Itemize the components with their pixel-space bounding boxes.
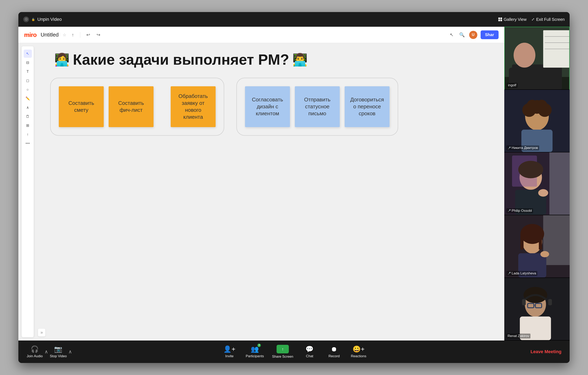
orange-card-group: Составить смету Составить фич-лист Обраб…	[50, 78, 224, 136]
stop-video-button[interactable]: 📷 Stop Video	[50, 345, 67, 358]
more-tools[interactable]: •••	[26, 141, 30, 146]
card-text: Составить смету	[63, 100, 100, 114]
mic-off-icon: 🎤	[508, 272, 511, 275]
sticky-card[interactable]: Договориться о переносе сроков	[345, 86, 389, 127]
board-heading: 👩‍💻 Какие задачи выполняет PM? 👨‍💻	[54, 51, 496, 68]
svg-point-15	[536, 100, 547, 111]
sticky-card[interactable]: Составить смету	[59, 86, 104, 127]
svg-point-23	[538, 189, 548, 197]
video-icon: 📷	[54, 345, 62, 353]
video-tile-ingolf[interactable]: ingolf	[504, 27, 570, 90]
gallery-view-button[interactable]: Gallery View	[498, 17, 526, 22]
audio-icon: 🎧	[31, 345, 39, 353]
sticky-card[interactable]: Составить фич-лист	[109, 86, 154, 127]
card-text: Согласовать дизайн с клиентом	[249, 96, 286, 117]
chat-button[interactable]: 💬 Chat	[301, 345, 318, 358]
share-screen-button[interactable]: Share Screen	[272, 345, 293, 359]
gallery-grid-icon	[498, 18, 502, 21]
video-tile-lada[interactable]: 🎤 Lada Latysheva	[504, 215, 570, 278]
video-name-renat: Renat Zakirov	[506, 334, 530, 338]
exit-fullscreen-button[interactable]: ⤢ Exit Full Screen	[531, 17, 565, 22]
redo-button[interactable]: ↪	[95, 31, 102, 38]
chat-label: Chat	[306, 354, 313, 358]
pointer-icon[interactable]: ↖	[449, 31, 455, 38]
heading-emoji-left: 👩‍💻	[54, 52, 70, 67]
participants-icon-area: 👥 7	[251, 345, 259, 353]
join-audio-caret[interactable]: ∧	[44, 349, 48, 355]
card-text: Обработать заявку от нового клиента	[175, 93, 211, 120]
canvas-area: ↖ ⊟ T ◻ ○ ✏️ ∧ 🗒 ⊞ ↑ ••• 👩‍💻	[18, 43, 504, 341]
video-name-lada: 🎤 Lada Latysheva	[506, 271, 537, 276]
zoom-bar-right-group: Leave Meeting	[530, 349, 561, 355]
miro-area: miro Untitled ☆ ↑ ↩ ↪ ↖ 🔍 U Shar ↖	[18, 27, 504, 341]
top-bar: ⓘ 🔒 Unpin Video Gallery View ⤢ Exit Full…	[18, 12, 570, 27]
participants-badge: 7	[257, 344, 261, 347]
chat-icon: 💬	[305, 345, 314, 353]
join-audio-button[interactable]: 🎧 Join Audio	[27, 345, 43, 358]
participants-button[interactable]: 👥 7 Participants	[246, 345, 264, 358]
stop-video-caret[interactable]: ∧	[68, 349, 72, 355]
star-icon[interactable]: ☆	[63, 32, 66, 37]
miro-logo: miro	[24, 31, 37, 38]
invite-icon: 👤+	[223, 345, 235, 353]
card-text: Составить фич-лист	[113, 100, 149, 114]
sticky-note-tool[interactable]: 🗒	[24, 112, 32, 121]
video-participant-name: Renat Zakirov	[508, 334, 529, 338]
leave-meeting-button[interactable]: Leave Meeting	[530, 349, 561, 354]
sticky-card[interactable]: Отправить статусное письмо	[295, 86, 340, 127]
mic-off-icon: 🎤	[508, 209, 511, 212]
line-tool[interactable]: ∧	[24, 103, 32, 111]
video-tile-philip[interactable]: 🎤 Philip Ossobl	[504, 152, 570, 215]
record-label: Record	[328, 354, 340, 358]
gallery-view-label: Gallery View	[504, 17, 526, 22]
video-participant-name: Lada Latysheva	[512, 271, 536, 275]
stop-video-label: Stop Video	[50, 354, 67, 358]
info-icon: ⓘ	[23, 17, 29, 22]
miro-toolbar: miro Untitled ☆ ↑ ↩ ↪ ↖ 🔍 U Shar	[18, 27, 504, 43]
text-tool[interactable]: T	[24, 68, 32, 76]
shape-tool[interactable]: ◻	[24, 77, 32, 85]
user-avatar[interactable]: U	[469, 31, 477, 39]
grid-tool[interactable]: ⊞	[24, 122, 32, 130]
sticky-card[interactable]: Обработать заявку от нового клиента	[171, 86, 216, 127]
svg-point-7	[514, 43, 536, 68]
card-text: Договориться о переносе сроков	[349, 96, 386, 117]
zoom-bar-center-group: 👤+ Invite 👥 7 Participants Share Screen …	[221, 345, 367, 359]
video-tile-nikita[interactable]: 🎤 Никита Дмитров	[504, 90, 570, 152]
expand-panel-button[interactable]: »	[38, 329, 45, 336]
top-bar-left: ⓘ 🔒 Unpin Video	[23, 17, 62, 22]
invite-button[interactable]: 👤+ Invite	[221, 345, 238, 358]
invite-label: Invite	[225, 354, 234, 358]
record-icon: ⏺	[331, 345, 337, 353]
svg-rect-18	[549, 152, 570, 215]
exit-fullscreen-label: Exit Full Screen	[536, 17, 565, 22]
frame-tool[interactable]: ⊟	[24, 59, 32, 67]
video-name-philip: 🎤 Philip Ossobl	[506, 208, 533, 213]
undo-button[interactable]: ↩	[85, 31, 91, 38]
select-tool[interactable]: ↖	[24, 50, 32, 58]
miro-toolbar-right: ↖ 🔍 U Shar	[449, 30, 499, 39]
sticky-card[interactable]: Согласовать дизайн с клиентом	[245, 86, 290, 127]
upload-button[interactable]: ↑	[70, 31, 75, 38]
pen-tool[interactable]: ✏️	[24, 94, 32, 103]
share-screen-icon	[276, 345, 289, 353]
video-tile-renat[interactable]: Renat Zakirov	[504, 278, 570, 341]
video-name-nikita: 🎤 Никита Дмитров	[506, 145, 539, 150]
record-button[interactable]: ⏺ Record	[326, 345, 342, 358]
heading-emoji-right: 👨‍💻	[292, 52, 308, 67]
svg-rect-29	[539, 234, 542, 249]
reactions-label: Reactions	[351, 354, 367, 358]
share-button[interactable]: Shar	[481, 30, 499, 39]
board-title[interactable]: Untitled	[41, 32, 59, 38]
video-participant-name: ingolf	[508, 83, 516, 87]
reactions-button[interactable]: 😀+ Reactions	[350, 345, 367, 358]
zoom-bottom-bar: 🎧 Join Audio ∧ 📷 Stop Video ∧ 👤+ Invite	[18, 341, 570, 363]
zoom-icon[interactable]: 🔍	[458, 31, 466, 38]
video-name-ingolf: ingolf	[507, 83, 518, 88]
video-participant-name: Никита Дмитров	[512, 146, 538, 150]
shape-tool-2[interactable]: ○	[24, 85, 32, 94]
unpin-label[interactable]: Unpin Video	[37, 17, 62, 22]
upload-tool[interactable]: ↑	[24, 130, 32, 139]
heading-text: Какие задачи выполняет PM?	[73, 51, 289, 68]
mic-off-icon: 🎤	[508, 146, 511, 150]
